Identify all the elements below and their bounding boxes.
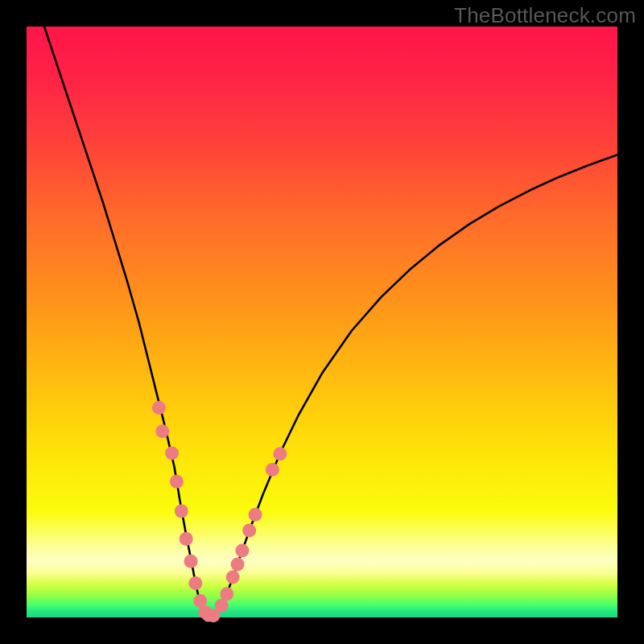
- sample-dot: [165, 446, 179, 460]
- sample-dot: [273, 447, 287, 460]
- chart-frame: TheBottleneck.com: [0, 0, 644, 644]
- sample-dot: [155, 424, 169, 438]
- sample-dot: [152, 401, 166, 415]
- sample-dot: [235, 544, 249, 558]
- sample-dot: [266, 463, 279, 477]
- watermark-text: TheBottleneck.com: [454, 3, 636, 28]
- sample-dot: [215, 599, 229, 613]
- sample-dot: [175, 504, 188, 518]
- sample-dots-group: [152, 401, 287, 622]
- sample-dot: [231, 557, 245, 571]
- sample-dot: [188, 576, 202, 590]
- sample-dot: [220, 587, 233, 601]
- bottleneck-curve: [44, 27, 617, 617]
- sample-dot: [242, 524, 256, 538]
- sample-dot: [170, 475, 184, 489]
- sample-dot: [249, 508, 262, 522]
- curve-layer: [27, 27, 617, 617]
- sample-dot: [180, 532, 193, 546]
- plot-area: [27, 27, 617, 617]
- sample-dot: [226, 571, 240, 584]
- sample-dot: [184, 555, 198, 568]
